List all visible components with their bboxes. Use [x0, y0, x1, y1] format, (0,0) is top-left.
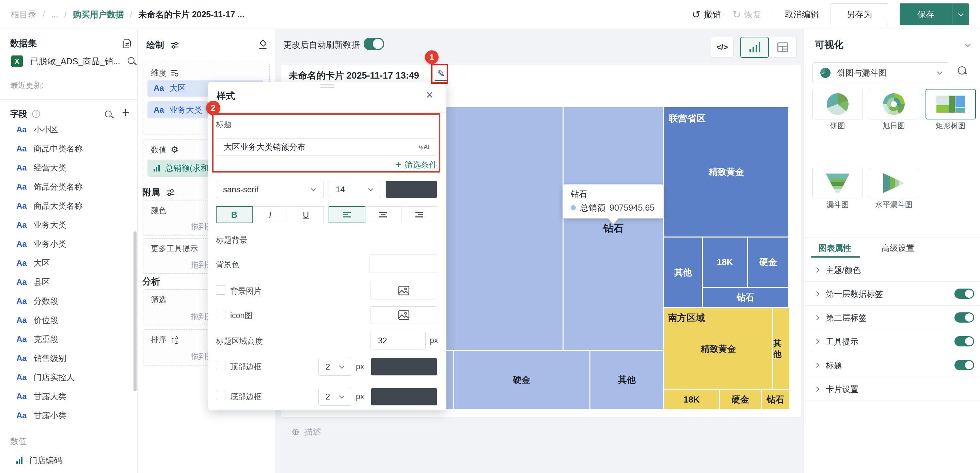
italic-button[interactable]: I	[253, 206, 288, 223]
field-item[interactable]: Aa克重段	[0, 330, 133, 349]
drag-handle-icon[interactable]	[320, 84, 334, 90]
top-border-color-swatch[interactable]	[371, 358, 437, 376]
field-item[interactable]: Aa分数段	[0, 292, 133, 311]
chart-view-button[interactable]	[740, 37, 769, 58]
chart-type-sunburst[interactable]	[869, 89, 919, 119]
align-center-button[interactable]	[365, 206, 401, 223]
section-toggle[interactable]	[955, 289, 974, 299]
treemap-cell-其他[interactable]: 其他	[664, 238, 702, 307]
switch-dataset-icon[interactable]	[121, 38, 133, 49]
bg-color-swatch[interactable]	[369, 254, 437, 273]
treemap-cell-钻石[interactable]: 钻石	[703, 288, 788, 307]
tab-chart-properties[interactable]: 图表属性	[819, 243, 851, 254]
chart-category-select[interactable]: 饼图与漏斗图	[813, 62, 949, 83]
field-item[interactable]: Aa商品大类名称	[0, 196, 133, 216]
search-fields-icon[interactable]	[105, 110, 112, 119]
fields-scrollbar[interactable]	[134, 232, 137, 391]
viz-section-标题[interactable]: 标题	[804, 353, 980, 377]
save-as-button[interactable]: 另存为	[830, 3, 888, 25]
field-item[interactable]: Aa甘露大类	[0, 387, 133, 406]
bold-button[interactable]: B	[216, 206, 253, 223]
add-field-icon[interactable]: +	[122, 105, 129, 120]
underline-button[interactable]: U	[288, 206, 324, 223]
viz-section-工具提示[interactable]: 工具提示	[804, 329, 980, 353]
bg-image-upload-button[interactable]	[370, 282, 437, 300]
icon-image-upload-button[interactable]	[370, 306, 437, 324]
field-item[interactable]: Aa饰品分类名称	[0, 177, 133, 196]
sunburst-thumbnail-icon	[883, 93, 905, 115]
add-description-button[interactable]: ⊕ 描述	[291, 426, 321, 437]
field-item[interactable]: Aa业务小类	[0, 235, 133, 254]
collapse-panel-icon[interactable]	[966, 42, 971, 47]
bottom-border-width-select[interactable]: 2	[318, 388, 352, 406]
section-toggle[interactable]	[955, 360, 974, 370]
field-item[interactable]: Aa县区	[0, 273, 133, 292]
field-item[interactable]: Aa业务大类	[0, 216, 133, 235]
chart-type-pie[interactable]	[813, 89, 863, 119]
align-left-button[interactable]	[329, 206, 365, 223]
top-border-checkbox[interactable]	[216, 361, 226, 370]
treemap-cell-硬金[interactable]: 硬金	[748, 238, 788, 287]
field-item[interactable]: Aa商品中类名称	[0, 139, 133, 158]
search-charts-icon[interactable]	[958, 67, 966, 76]
treemap-cell-18K[interactable]: 18K	[703, 238, 747, 287]
chart-type-treemap[interactable]	[926, 89, 976, 119]
title-height-label: 标题区域高度	[216, 336, 263, 346]
treemap-cell-精致黄金[interactable]: 精致黄金	[664, 107, 788, 236]
treemap-cell-钻石[interactable]: 钻石	[563, 107, 663, 350]
bottom-border-checkbox[interactable]	[216, 390, 226, 400]
treemap-cell-label: 其他	[773, 338, 789, 360]
font-family-select[interactable]: sans-serif	[216, 181, 324, 198]
tab-advanced-settings[interactable]: 高级设置	[881, 243, 914, 254]
breadcrumb-item[interactable]: 购买用户数据	[73, 9, 124, 20]
bg-image-checkbox[interactable]	[216, 285, 226, 295]
tooltip-title: 钻石	[571, 189, 655, 199]
undo-button[interactable]: ↺ 撤销	[692, 8, 721, 21]
title-height-input[interactable]: 32	[370, 332, 426, 349]
treemap-cell-其他[interactable]: 其他	[773, 308, 789, 389]
breadcrumb-item[interactable]: 根目录	[11, 9, 37, 20]
treemap-cell-18K[interactable]: 18K	[664, 390, 719, 409]
chart-type-funnel[interactable]	[813, 168, 863, 198]
field-item[interactable]: Aa经营大类	[0, 158, 133, 177]
preview-dataset-icon[interactable]	[128, 57, 135, 66]
icon-image-checkbox[interactable]	[216, 310, 226, 319]
field-item[interactable]: Aa甘露小类	[0, 406, 133, 425]
filter-label: 筛选	[151, 294, 167, 305]
save-dropdown-button[interactable]	[952, 3, 969, 25]
table-view-button[interactable]	[769, 37, 797, 58]
treemap-cell-其他[interactable]: 其他	[590, 351, 663, 409]
field-item[interactable]: Aa门店实控人	[0, 368, 133, 387]
top-border-width-select[interactable]: 2	[318, 358, 352, 376]
treemap-cell-钻石[interactable]: 钻石	[762, 390, 789, 409]
align-right-button[interactable]	[401, 206, 437, 223]
close-icon[interactable]: ×	[426, 88, 433, 102]
eraser-icon[interactable]	[258, 39, 268, 50]
section-toggle[interactable]	[955, 336, 974, 346]
breadcrumb-item[interactable]: ...	[51, 10, 58, 19]
measure-item[interactable]: 门店编码	[0, 451, 133, 470]
chart-type-label: 矩形树图	[926, 121, 976, 131]
field-item[interactable]: Aa销售级别	[0, 349, 133, 368]
viz-section-第一层数据标签[interactable]: 第一层数据标签	[804, 282, 980, 306]
save-button[interactable]: 保存	[900, 3, 969, 25]
viz-section-卡片设置[interactable]: 卡片设置	[804, 377, 980, 401]
code-view-button[interactable]: </>	[711, 37, 733, 58]
redo-label: 恢复	[745, 9, 761, 20]
viz-section-主题/颜色[interactable]: 主题/颜色	[804, 258, 980, 282]
dataset-row[interactable]: X 已脱敏_ADS_商品_销...	[11, 56, 135, 67]
redo-button[interactable]: ↻ 恢复	[732, 8, 761, 21]
treemap-cell-硬金[interactable]: 硬金	[720, 390, 761, 409]
field-item[interactable]: Aa小小区	[0, 120, 133, 139]
font-size-select[interactable]: 14	[329, 181, 381, 198]
chart-type-hfunnel[interactable]	[869, 168, 919, 198]
treemap-cell-硬金[interactable]: 硬金	[454, 351, 589, 409]
section-toggle[interactable]	[955, 313, 974, 322]
field-item[interactable]: Aa价位段	[0, 311, 133, 330]
bottom-border-color-swatch[interactable]	[371, 388, 437, 406]
font-color-swatch[interactable]	[385, 181, 437, 198]
cancel-edit-button[interactable]: 取消编辑	[785, 9, 819, 20]
field-item[interactable]: Aa大区	[0, 254, 133, 273]
viz-section-第二层标签[interactable]: 第二层标签	[804, 306, 980, 329]
auto-refresh-toggle[interactable]	[364, 38, 384, 50]
